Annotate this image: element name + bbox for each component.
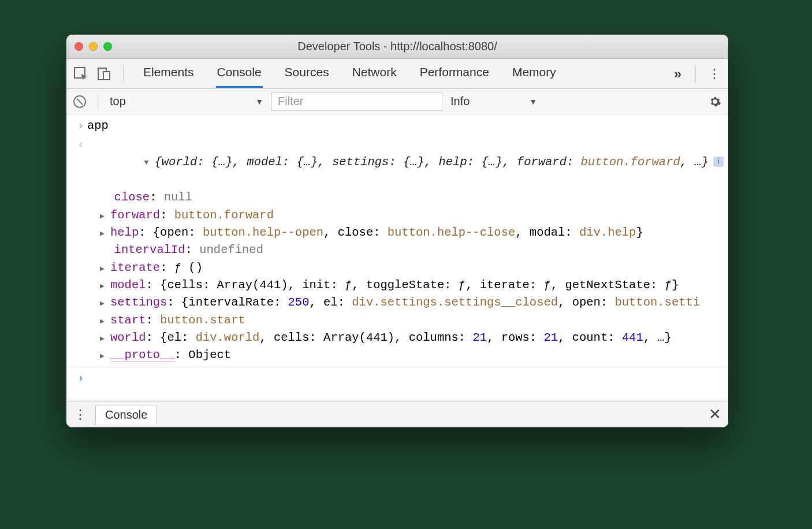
input-text[interactable]: app [87, 117, 720, 135]
filter-input[interactable] [271, 92, 442, 111]
log-level-selector[interactable]: Info ▼ [450, 95, 537, 108]
tab-network[interactable]: Network [351, 59, 398, 88]
gear-icon[interactable] [709, 95, 721, 108]
disclosure-triangle-icon[interactable]: ▶ [100, 351, 108, 362]
separator [98, 94, 98, 109]
context-selector[interactable]: top ▼ [110, 95, 263, 108]
disclosure-triangle-icon[interactable]: ▶ [100, 211, 108, 222]
drawer: ⋮ Console ✕ [66, 401, 728, 427]
prop-world[interactable]: ▶world: {el: div.world, cells: Array(441… [87, 329, 728, 347]
object-properties: close: null ▶forward: button.forward ▶he… [66, 189, 728, 364]
clear-console-icon[interactable] [73, 95, 86, 108]
prop-forward[interactable]: ▶forward: button.forward [87, 207, 728, 224]
tab-performance[interactable]: Performance [419, 59, 490, 88]
prop-help[interactable]: ▶help: {open: button.help--open, close: … [87, 224, 728, 241]
drawer-menu-icon[interactable]: ⋮ [73, 407, 87, 422]
zoom-window-button[interactable] [103, 42, 112, 51]
tab-memory[interactable]: Memory [511, 59, 557, 88]
kebab-menu-icon[interactable]: ⋮ [707, 66, 721, 81]
object-summary[interactable]: ▼{world: {…}, model: {…}, settings: {…},… [87, 136, 720, 188]
svg-rect-2 [103, 72, 110, 80]
context-value: top [110, 95, 126, 108]
prompt-chevron-icon: › [75, 370, 87, 386]
tab-elements[interactable]: Elements [142, 59, 195, 88]
window-title: Developer Tools - http://localhost:8080/ [66, 40, 728, 53]
prop-intervalid[interactable]: intervalId: undefined [87, 241, 728, 259]
tab-sources[interactable]: Sources [284, 59, 330, 88]
console-output: › app ‹ ▼{world: {…}, model: {…}, settin… [66, 114, 728, 401]
console-output-row[interactable]: ‹ ▼{world: {…}, model: {…}, settings: {…… [66, 135, 728, 189]
inspect-element-icon[interactable] [73, 66, 88, 81]
prop-close[interactable]: close: null [87, 189, 728, 206]
close-window-button[interactable] [75, 42, 83, 51]
disclosure-triangle-icon[interactable]: ▶ [100, 298, 108, 309]
info-badge-icon[interactable]: i [713, 157, 724, 167]
console-toolbar: top ▼ Info ▼ [66, 89, 728, 114]
prop-settings[interactable]: ▶settings: {intervalRate: 250, el: div.s… [87, 294, 728, 311]
separator [123, 65, 124, 83]
disclosure-triangle-icon[interactable]: ▶ [100, 281, 108, 292]
prop-start[interactable]: ▶start: button.start [87, 312, 728, 329]
devtools-window: Developer Tools - http://localhost:8080/… [66, 35, 728, 427]
separator [695, 65, 696, 83]
titlebar: Developer Tools - http://localhost:8080/ [66, 35, 728, 59]
input-chevron-icon: › [75, 117, 87, 134]
log-level-value: Info [450, 95, 470, 108]
drawer-tab-console[interactable]: Console [95, 405, 157, 424]
disclosure-triangle-icon[interactable]: ▼ [144, 157, 152, 168]
disclosure-triangle-icon[interactable]: ▶ [100, 333, 108, 344]
main-toolbar: Elements Console Sources Network Perform… [66, 59, 728, 89]
disclosure-triangle-icon[interactable]: ▶ [100, 316, 108, 327]
prop-iterate[interactable]: ▶iterate: ƒ () [87, 259, 728, 277]
panel-tabs: Elements Console Sources Network Perform… [142, 59, 666, 88]
console-input-echo: › app [66, 117, 728, 135]
more-tabs-icon[interactable]: » [674, 66, 679, 82]
chevron-down-icon: ▼ [255, 97, 263, 106]
disclosure-triangle-icon[interactable]: ▶ [100, 228, 108, 239]
traffic-lights [75, 42, 112, 51]
device-toolbar-icon[interactable] [96, 66, 111, 81]
chevron-down-icon: ▼ [529, 97, 537, 106]
disclosure-triangle-icon[interactable]: ▶ [100, 263, 108, 274]
tab-console[interactable]: Console [216, 59, 263, 88]
console-prompt[interactable]: › [66, 367, 728, 387]
prop-proto[interactable]: ▶__proto__: Object [87, 347, 728, 364]
minimize-window-button[interactable] [89, 42, 98, 51]
output-chevron-icon: ‹ [75, 136, 87, 152]
prop-model[interactable]: ▶model: {cells: Array(441), init: ƒ, tog… [87, 277, 728, 294]
close-drawer-icon[interactable]: ✕ [709, 405, 721, 423]
